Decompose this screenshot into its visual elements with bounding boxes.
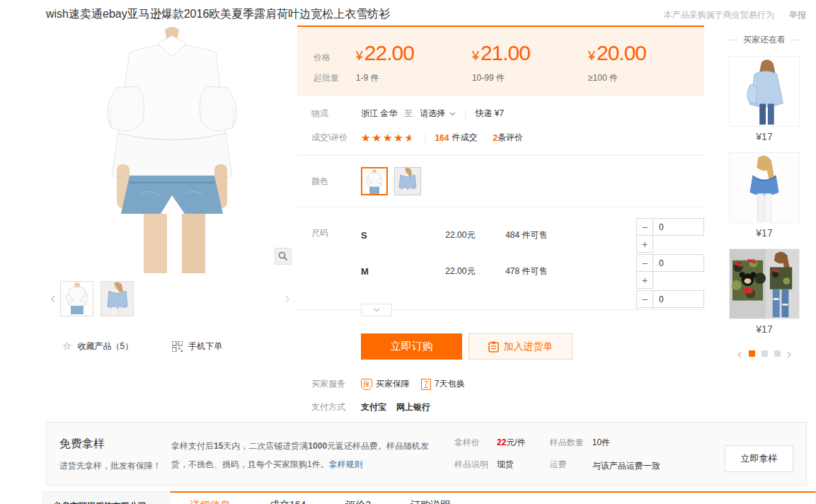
divider: | <box>464 109 466 119</box>
recommend-item-2[interactable]: ¥17 <box>722 152 807 239</box>
review-count-suffix: 条评价 <box>498 132 523 144</box>
sku-divider <box>297 309 704 310</box>
thumbnail-white[interactable] <box>60 281 93 316</box>
moq-tier-1: 1-9 件 <box>356 72 472 84</box>
tab-order-instructions[interactable]: 订购说明 <box>410 499 450 504</box>
product-photo-illustration <box>46 25 297 273</box>
gallery-actions: ☆ 收藏产品（5） 手机下单 <box>62 340 297 353</box>
buyer-service-label: 买家服务 <box>311 378 361 390</box>
order-now-button[interactable]: 立即订购 <box>361 333 462 360</box>
moq-tier-3: ≥100 件 <box>588 72 704 84</box>
buyer-protection-label[interactable]: 买家保障 <box>376 378 410 390</box>
sample-qty-label: 样品数量 <box>550 437 584 449</box>
thumbnail-carousel: ‹ <box>46 280 297 317</box>
main-product-image[interactable] <box>46 25 297 273</box>
seven-day-label[interactable]: 7天包换 <box>435 378 465 390</box>
sku-row-m: M 22.00元 478 件可售 − + <box>361 253 704 290</box>
plus-button[interactable]: + <box>636 307 653 309</box>
review-count[interactable]: 2 <box>493 133 498 143</box>
color-swatch-white[interactable] <box>361 167 388 195</box>
sample-desc-amount: 1000 <box>308 441 327 451</box>
tier-price: 20.00 <box>597 41 646 64</box>
favorite-link[interactable]: 收藏产品（5） <box>77 340 133 353</box>
bottom-section: 义乌市瑞迢服饰有限公司 诚 1 年 | 保 详细信息 成交164 评价2 订购说… <box>42 491 816 504</box>
add-to-purchase-list-button[interactable]: 加入进货单 <box>469 333 573 360</box>
recommend-item-1[interactable]: ¥17 <box>722 56 807 142</box>
recommend-image-1 <box>729 56 800 127</box>
sample-description: 拿样支付后15天内，二次店铺进货满1000元返还样品费。样品随机发货，不挑色、挑… <box>171 437 435 474</box>
tab-detail-info[interactable]: 详细信息 <box>190 499 230 504</box>
deal-count[interactable]: 164 <box>435 133 449 143</box>
quantity-input[interactable] <box>653 254 704 272</box>
color-label: 颜色 <box>311 176 361 188</box>
recommend-pager: ‹ › <box>722 346 807 360</box>
pager-prev-icon[interactable]: ‹ <box>737 346 742 360</box>
recommend-image-3 <box>729 248 800 319</box>
trade-notice-area: 本产品采购属于商业贸易行为 举报 <box>664 9 806 21</box>
express-fee: 快递 ¥7 <box>475 108 504 120</box>
currency-symbol: ¥ <box>588 49 595 63</box>
thumbnail-blue[interactable] <box>100 281 134 316</box>
mobile-order-link[interactable]: 手机下单 <box>188 340 222 353</box>
minus-button[interactable]: − <box>636 218 653 236</box>
sample-desc-days: 15 <box>214 441 223 451</box>
quantity-input[interactable] <box>653 218 704 236</box>
pager-dot-1[interactable] <box>749 350 755 357</box>
sample-ship-label: 运费 <box>550 459 584 473</box>
page-title: wish速卖通ebay亚马逊爆款2016欧美夏季露肩荷叶边宽松上衣雪纺衫 <box>46 7 664 22</box>
color-option-row: 颜色 <box>297 167 704 195</box>
logistics-row: 物流 浙江 金华 至 请选择 | 快递 ¥7 <box>297 108 704 120</box>
sku-price: 22.00元 <box>445 229 505 241</box>
magnifier-icon[interactable] <box>275 248 292 265</box>
buyer-protection-icon: 保 <box>361 379 372 390</box>
minus-button[interactable]: − <box>636 254 653 272</box>
recommend-image-2 <box>729 152 800 223</box>
report-link[interactable]: 举报 <box>789 10 806 20</box>
pager-dot-3[interactable] <box>774 350 781 357</box>
buyer-service-row: 买家服务 保 买家保障 7 7天包换 <box>297 378 704 390</box>
trade-notice: 本产品采购属于商业贸易行为 <box>664 10 774 20</box>
sample-price-label: 拿样价 <box>454 437 488 449</box>
plus-button[interactable]: + <box>636 235 653 253</box>
sample-price-unit: 元/件 <box>506 437 525 447</box>
recommend-item-3[interactable]: ¥17 <box>722 248 807 335</box>
recommend-title: 买家还在看 <box>722 34 807 46</box>
sku-size: S <box>361 230 445 241</box>
quantity-input[interactable] <box>653 290 704 308</box>
sku-row-s: S 22.00元 484 件可售 − + <box>361 217 704 253</box>
destination-select[interactable]: 请选择 <box>420 108 456 120</box>
star-rating: ★★★★★ ★★★★★ <box>361 132 415 143</box>
chevron-down-icon <box>373 308 380 312</box>
dotted-divider <box>297 207 704 207</box>
expand-sizes-button[interactable] <box>361 304 392 316</box>
sku-stock: 484 件可售 <box>505 229 574 241</box>
sample-rule-link[interactable]: 拿样规则 <box>329 459 363 469</box>
sample-desc-text: 天内，二次店铺进货满 <box>223 441 308 451</box>
logistics-origin: 浙江 金华 <box>361 108 397 120</box>
seller-name[interactable]: 义乌市瑞迢服饰有限公司 <box>53 500 158 504</box>
sku-price: 22.00元 <box>445 265 505 277</box>
get-sample-button[interactable]: 立即拿样 <box>725 445 793 472</box>
action-buttons: 立即订购 加入进货单 <box>361 333 704 360</box>
quantity-stepper: − + <box>636 218 704 253</box>
free-sample-bar: 免费拿样 进货先拿样，批发有保障！ 拿样支付后15天内，二次店铺进货满1000元… <box>46 422 807 486</box>
moq-tier-2: 10-99 件 <box>472 72 588 84</box>
qr-code-icon <box>172 341 183 352</box>
section-divider <box>297 155 704 156</box>
recommend-price-2: ¥17 <box>722 227 807 239</box>
pager-next-icon[interactable]: › <box>787 346 792 360</box>
price-tier-3: ¥20.00 <box>588 41 704 65</box>
tier-price: 21.00 <box>481 41 530 64</box>
rating-row: 成交\评价 ★★★★★ ★★★★★ | 164 件成交 2 条评价 <box>297 132 704 144</box>
thumbs-prev-icon[interactable]: ‹ <box>46 291 60 307</box>
thumbs-next-icon[interactable]: › <box>280 291 294 307</box>
pager-dot-2[interactable] <box>762 350 768 357</box>
tab-deals[interactable]: 成交164 <box>270 499 306 504</box>
tab-reviews[interactable]: 评价2 <box>345 499 371 504</box>
plus-button[interactable]: + <box>636 271 653 289</box>
sample-note-label: 样品说明 <box>454 459 488 471</box>
stars-filled: ★★★★★ <box>361 132 410 143</box>
seven-day-icon: 7 <box>421 379 431 390</box>
color-swatch-blue[interactable] <box>394 167 421 195</box>
minus-button[interactable]: − <box>636 290 653 308</box>
